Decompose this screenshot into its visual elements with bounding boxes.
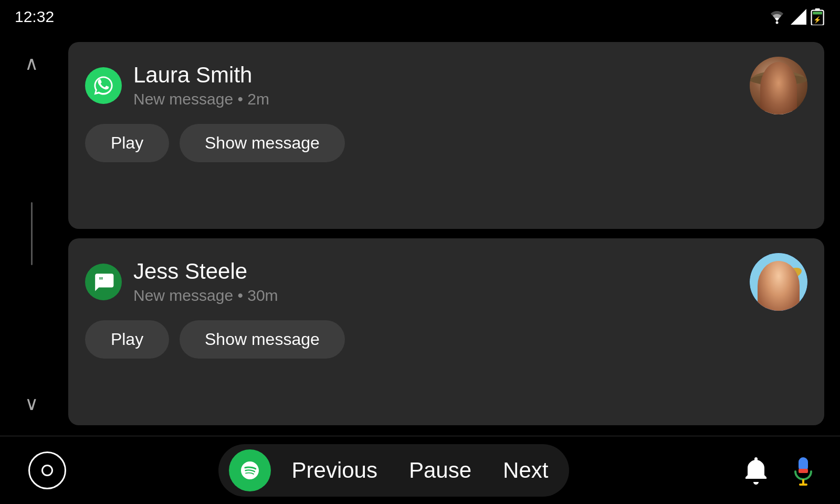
svg-rect-10 (764, 87, 769, 108)
notification-actions-1: Play Show message (85, 124, 807, 162)
svg-rect-4 (813, 12, 822, 14)
mic-icon[interactable] (788, 455, 819, 486)
wifi-icon (768, 9, 786, 24)
bottom-left (21, 452, 74, 489)
svg-text:": " (99, 276, 103, 286)
svg-point-18 (766, 269, 789, 298)
scroll-down-button[interactable]: ∨ (25, 393, 38, 415)
svg-rect-29 (802, 479, 804, 484)
notification-header-1: Laura Smith New message • 2m (85, 57, 807, 114)
battery-icon: ⚡ (811, 8, 825, 25)
svg-marker-1 (791, 9, 806, 25)
svg-rect-30 (799, 484, 807, 486)
google-messages-icon: " (85, 264, 122, 300)
contact-name-2: Jess Steele (133, 259, 738, 284)
scroll-line (31, 202, 33, 265)
spotify-icon[interactable] (229, 449, 271, 491)
status-icons: ⚡ (768, 8, 825, 25)
notification-text-2: Jess Steele New message • 30m (133, 259, 738, 304)
svg-point-9 (764, 77, 793, 98)
svg-text:⚡: ⚡ (813, 16, 822, 24)
signal-icon (791, 9, 806, 25)
svg-point-8 (764, 74, 793, 111)
notification-card-2: " Jess Steele New message • 30m (68, 238, 824, 425)
play-button-2[interactable]: Play (85, 320, 169, 359)
notification-text-1: Laura Smith New message • 2m (133, 63, 738, 108)
media-pill: Previous Pause Next (218, 444, 570, 497)
bottom-right (714, 455, 819, 486)
notification-sub-1: New message • 2m (133, 90, 738, 108)
svg-rect-11 (788, 87, 793, 108)
home-button[interactable] (28, 452, 66, 489)
bottom-bar: Previous Pause Next (0, 436, 840, 504)
svg-point-0 (776, 22, 779, 24)
svg-point-13 (762, 108, 795, 114)
avatar-laura (750, 57, 807, 114)
whatsapp-icon (85, 67, 122, 104)
status-time: 12:32 (15, 8, 54, 26)
media-player: Previous Pause Next (74, 444, 714, 497)
home-button-inner (41, 465, 53, 476)
avatar-jess (750, 253, 807, 311)
svg-rect-3 (815, 8, 820, 10)
svg-rect-20 (779, 280, 789, 287)
svg-rect-19 (769, 280, 778, 287)
status-bar: 12:32 ⚡ (0, 0, 840, 32)
notification-card-1: Laura Smith New message • 2m (68, 42, 824, 229)
scroll-up-button[interactable]: ∧ (25, 52, 38, 75)
bell-icon[interactable] (740, 455, 772, 486)
show-message-button-2[interactable]: Show message (180, 320, 345, 359)
notification-header-2: " Jess Steele New message • 30m (85, 253, 807, 311)
notification-sub-2: New message • 30m (133, 287, 738, 304)
svg-rect-12 (772, 107, 785, 114)
contact-name-1: Laura Smith (133, 63, 738, 87)
svg-point-16 (763, 262, 794, 296)
show-message-button-1[interactable]: Show message (180, 124, 345, 162)
notification-actions-2: Play Show message (85, 320, 807, 359)
scroll-nav: ∧ ∨ (0, 37, 63, 430)
svg-rect-22 (765, 300, 792, 311)
pause-button[interactable]: Pause (393, 458, 487, 483)
main-content: ∧ ∨ Laura Smith New message • 2m (0, 32, 840, 436)
svg-rect-28 (799, 469, 808, 473)
svg-rect-15 (750, 253, 807, 311)
play-button-1[interactable]: Play (85, 124, 169, 162)
next-button[interactable]: Next (487, 458, 564, 483)
svg-point-7 (750, 75, 807, 85)
prev-button[interactable]: Previous (276, 458, 393, 483)
notifications-list: Laura Smith New message • 2m (63, 37, 840, 430)
